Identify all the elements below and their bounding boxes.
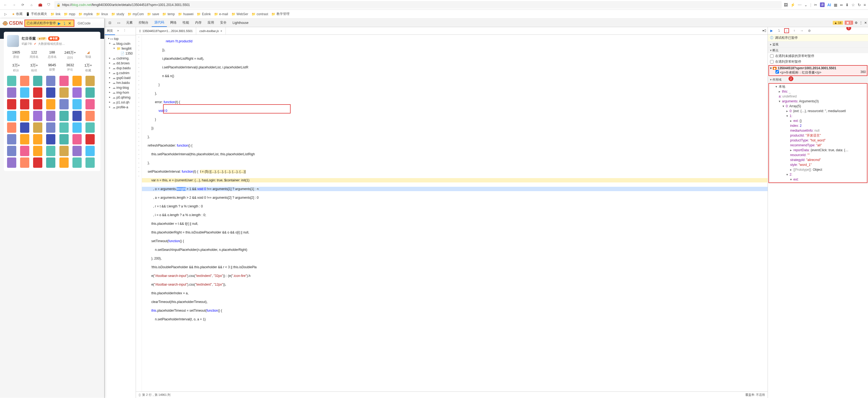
play-icon[interactable]: ▷: [2, 11, 9, 18]
badge-icon[interactable]: [7, 158, 16, 168]
badge-icon[interactable]: [46, 146, 55, 156]
close-tab-icon[interactable]: ×: [220, 29, 222, 33]
tree-top[interactable]: ▭ top: [105, 36, 136, 41]
bookmark-fav[interactable]: ★收藏: [12, 12, 23, 16]
bookmark-save[interactable]: 📁save: [147, 12, 159, 16]
badge-icon[interactable]: [33, 134, 42, 144]
badge-icon[interactable]: [86, 134, 95, 144]
tab-performance[interactable]: 性能: [180, 19, 192, 27]
shield-icon[interactable]: ⛉: [45, 2, 52, 8]
debug-step-icon[interactable]: ⤵: [63, 21, 66, 26]
badge-icon[interactable]: [46, 158, 55, 168]
more-icon[interactable]: ⋯: [798, 3, 802, 7]
badge-icon[interactable]: [7, 134, 16, 144]
scope-tree[interactable]: 2 本地 this: _ a: undefined arguments: Arg…: [768, 83, 867, 183]
profile-name[interactable]: 红目香薰: [22, 36, 36, 41]
download-icon[interactable]: ⬇: [845, 3, 849, 7]
scope-local[interactable]: 本地: [771, 84, 865, 89]
tree-host[interactable]: ☁dd.brows: [105, 61, 136, 66]
badge-icon[interactable]: [86, 76, 95, 86]
badge-icon[interactable]: [46, 134, 55, 144]
image-icon[interactable]: 🖼: [784, 3, 788, 7]
badge-icon[interactable]: [86, 122, 95, 133]
badge-icon[interactable]: [72, 87, 82, 98]
bp-uncaught[interactable]: 在遇到未捕获的异常时暂停: [768, 53, 868, 59]
grid-icon[interactable]: ▦: [834, 3, 837, 7]
menu-icon[interactable]: ≡: [864, 3, 866, 7]
bookmark-mpp[interactable]: 📁mpp: [64, 12, 75, 16]
scissors-icon[interactable]: ✂: [814, 3, 817, 7]
badge-icon[interactable]: [20, 134, 29, 144]
tree-blog[interactable]: ☁blog.csdn: [105, 41, 136, 46]
badge-icon[interactable]: [20, 111, 29, 121]
close-devtools-icon[interactable]: ✕: [864, 21, 867, 25]
tree-menu-icon[interactable]: ⋮: [121, 27, 128, 35]
badge-icon[interactable]: [72, 134, 82, 144]
breakpoints-section[interactable]: 断点: [768, 48, 868, 53]
chevron-down-icon[interactable]: ⌄: [804, 3, 807, 7]
forward-button[interactable]: →: [11, 2, 18, 8]
refresh-icon[interactable]: ↻: [858, 3, 861, 7]
code-area[interactable]: --------------------------------- return…: [136, 35, 768, 392]
gitcode-link[interactable]: GitCode: [78, 21, 91, 25]
tree-host[interactable]: ☁p1.ssl.qh: [105, 100, 136, 105]
avatar[interactable]: [7, 35, 19, 47]
kebab-icon[interactable]: ⋮: [859, 21, 863, 25]
code-tab-1[interactable]: ▯135044518?spm=1…2014.3001.5501: [136, 27, 196, 34]
badge-icon[interactable]: [46, 111, 55, 121]
bookmark-email[interactable]: 📁e-mail: [214, 12, 228, 16]
back-button[interactable]: ←: [2, 2, 9, 8]
tree-tab-page[interactable]: 网页: [105, 27, 115, 35]
badge-icon[interactable]: [59, 76, 69, 86]
url-bar[interactable]: 🔒 https://blog.csdn.net/feng8403000/arti…: [54, 1, 782, 9]
deactivate-bp-icon[interactable]: ⊘: [807, 28, 812, 33]
reload-button[interactable]: ⟳: [20, 2, 26, 8]
badge-icon[interactable]: [59, 158, 69, 168]
tree-tab-more[interactable]: »: [115, 27, 121, 35]
gear-icon[interactable]: ⚙: [855, 21, 858, 25]
tree-feng[interactable]: 📁feng84: [105, 46, 136, 51]
badge-icon[interactable]: [33, 122, 42, 133]
badge-icon[interactable]: [20, 146, 29, 156]
bookmark-webser[interactable]: 📁WebSer: [231, 12, 248, 16]
tree-host[interactable]: ☁p0.qihimg: [105, 95, 136, 100]
tab-network[interactable]: 网络: [167, 19, 179, 27]
badge-icon[interactable]: [20, 158, 29, 168]
tree-article[interactable]: 📄 1350: [105, 51, 136, 56]
badge-icon[interactable]: [59, 122, 69, 133]
badge-icon[interactable]: [33, 146, 42, 156]
badge-icon[interactable]: [72, 122, 82, 133]
badge-icon[interactable]: [33, 87, 42, 98]
badge-icon[interactable]: [20, 99, 29, 109]
step-out-icon[interactable]: ↑: [792, 28, 797, 33]
badge-icon[interactable]: [72, 111, 82, 121]
badge-icon[interactable]: [59, 99, 69, 109]
badge-icon[interactable]: [86, 111, 95, 121]
tree-host[interactable]: ☁hm.baidu: [105, 80, 136, 85]
tab-memory[interactable]: 内存: [192, 19, 204, 27]
badge-icon[interactable]: [33, 158, 42, 168]
code-collapse-icon[interactable]: ▸▯: [762, 27, 768, 34]
flash-icon[interactable]: ⚡: [790, 3, 795, 7]
badge-icon[interactable]: [86, 99, 95, 109]
translate-icon[interactable]: 译: [820, 2, 825, 7]
bookmark-edu[interactable]: 📁教学管理: [271, 12, 289, 16]
star-icon[interactable]: ☆: [851, 3, 855, 7]
badge-icon[interactable]: [59, 111, 69, 121]
home-button[interactable]: ⌂: [28, 2, 35, 8]
tab-lighthouse[interactable]: Lighthouse: [230, 19, 251, 26]
badge-icon[interactable]: [7, 111, 16, 121]
badge-icon[interactable]: [7, 76, 16, 86]
badge-icon[interactable]: [33, 99, 42, 109]
badge-icon[interactable]: [7, 122, 16, 133]
tree-host[interactable]: ☁g.csdnim: [105, 70, 136, 76]
inspect-icon[interactable]: ⊡: [106, 19, 114, 26]
debug-close-icon[interactable]: ✕: [67, 21, 72, 26]
csdn-logo[interactable]: 🐵 CSDN: [2, 20, 23, 26]
badge-icon[interactable]: [72, 99, 82, 109]
badge-icon[interactable]: [46, 122, 55, 133]
tree-host[interactable]: ☁img-blog: [105, 85, 136, 90]
badge-icon[interactable]: [46, 99, 55, 109]
tree-host[interactable]: ☁dup.baidu: [105, 66, 136, 70]
tab-security[interactable]: 安全: [217, 19, 229, 27]
